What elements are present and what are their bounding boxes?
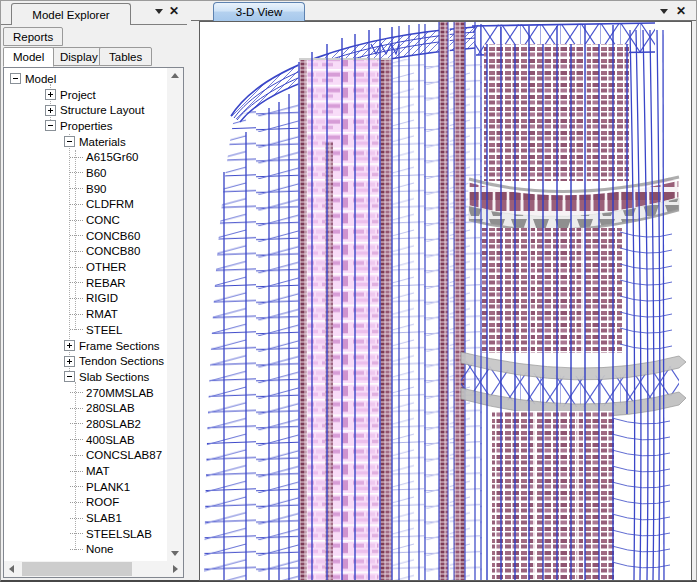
tree-item-slab1[interactable]: SLAB1: [4, 510, 167, 526]
tree-item-materials[interactable]: Materials: [4, 134, 167, 150]
tree-item-mat[interactable]: MAT: [4, 463, 167, 479]
tree-item-properties[interactable]: Properties: [4, 118, 167, 134]
scroll-left-button[interactable]: [4, 561, 20, 577]
core-slabs: [299, 59, 392, 580]
scroll-down-icon: [171, 551, 179, 556]
shear-wall-middle: [482, 228, 622, 353]
tree-item-conc[interactable]: CONC: [4, 212, 167, 228]
tree-item-rebar[interactable]: REBAR: [4, 275, 167, 291]
tree-item-roof[interactable]: ROOF: [4, 495, 167, 511]
tab-reports[interactable]: Reports: [3, 27, 63, 46]
tab-tables[interactable]: Tables: [99, 47, 152, 66]
expander-plus-icon[interactable]: [45, 89, 56, 100]
tab-3d-view[interactable]: 3-D View: [213, 2, 305, 21]
explorer-tabrow-2: Model Display Tables: [1, 47, 187, 67]
tree-item-structure-layout[interactable]: Structure Layout: [4, 102, 167, 118]
model-tree-content: Model Project Structure Layout Propertie…: [4, 68, 167, 561]
leaf-connector-icon: [70, 518, 83, 519]
panel-close-icon[interactable]: ✕: [169, 5, 179, 17]
tree-item-concslab87[interactable]: CONCSLAB87: [4, 448, 167, 464]
leaf-connector-icon: [70, 423, 83, 424]
model-explorer-header: Model Explorer ✕: [1, 1, 187, 25]
tree-item-400slab[interactable]: 400SLAB: [4, 432, 167, 448]
leaf-connector-icon: [70, 282, 83, 283]
tree-horizontal-scrollbar[interactable]: [4, 561, 183, 577]
panel-dropdown-icon[interactable]: [155, 9, 163, 14]
expander-plus-icon[interactable]: [64, 356, 75, 367]
leaf-connector-icon: [70, 267, 83, 268]
tree-item-rigid[interactable]: RIGID: [4, 291, 167, 307]
tree-vertical-scrollbar[interactable]: [167, 68, 183, 561]
tree-item-rmat[interactable]: RMAT: [4, 306, 167, 322]
tree-item-steel[interactable]: STEEL: [4, 322, 167, 338]
tree-item-280slab2[interactable]: 280SLAB2: [4, 416, 167, 432]
leaf-connector-icon: [70, 486, 83, 487]
tree-item-b90[interactable]: B90: [4, 181, 167, 197]
tab-model[interactable]: Model: [3, 47, 54, 67]
shear-wall-lower: [492, 411, 614, 580]
tree-item-project[interactable]: Project: [4, 87, 167, 103]
scroll-down-button[interactable]: [167, 545, 183, 561]
leaf-connector-icon: [70, 455, 83, 456]
explorer-tabrow-1: Reports: [1, 27, 187, 47]
scroll-right-button[interactable]: [167, 561, 183, 577]
leaf-connector-icon: [70, 172, 83, 173]
leaf-connector-icon: [70, 329, 83, 330]
scroll-right-icon: [173, 565, 178, 573]
scroll-left-icon: [9, 565, 14, 573]
tree-item-other[interactable]: OTHER: [4, 259, 167, 275]
leaf-connector-icon: [70, 251, 83, 252]
leaf-connector-icon: [70, 235, 83, 236]
expander-plus-icon[interactable]: [64, 340, 75, 351]
tree-item-steelslab[interactable]: STEELSLAB: [4, 526, 167, 542]
leaf-connector-icon: [70, 188, 83, 189]
view-tab-bar: 3-D View ✕: [191, 1, 696, 21]
leaf-connector-icon: [70, 220, 83, 221]
expander-minus-icon[interactable]: [64, 136, 75, 147]
scroll-up-icon: [171, 73, 179, 78]
leaf-connector-icon: [70, 314, 83, 315]
scroll-up-button[interactable]: [167, 68, 183, 84]
3d-model-rendering: [200, 22, 691, 580]
3d-viewport[interactable]: [199, 21, 692, 581]
tree-item-plank1[interactable]: PLANK1: [4, 479, 167, 495]
view-dropdown-icon[interactable]: [660, 9, 668, 14]
view-panel: 3-D View ✕: [191, 1, 696, 579]
expander-minus-icon[interactable]: [64, 371, 75, 382]
tree-item-a615gr60[interactable]: A615Gr60: [4, 149, 167, 165]
leaf-connector-icon: [70, 502, 83, 503]
tree-item-280slab[interactable]: 280SLAB: [4, 400, 167, 416]
expander-minus-icon[interactable]: [45, 120, 56, 131]
tree-item-b60[interactable]: B60: [4, 165, 167, 181]
leaf-connector-icon: [70, 549, 83, 550]
tree-item-270mmslab[interactable]: 270MMSLAB: [4, 385, 167, 401]
leaf-connector-icon: [70, 392, 83, 393]
tree-item-concb80[interactable]: CONCB80: [4, 244, 167, 260]
tree-item-none[interactable]: None: [4, 542, 167, 558]
leaf-connector-icon: [70, 533, 83, 534]
tree-item-frame-sections[interactable]: Frame Sections: [4, 338, 167, 354]
leaf-connector-icon: [70, 298, 83, 299]
leaf-connector-icon: [70, 471, 83, 472]
expander-minus-icon[interactable]: [10, 73, 21, 84]
model-explorer-panel: Model Explorer ✕ Reports Model Display T…: [1, 1, 187, 579]
model-tree: Model Project Structure Layout Propertie…: [3, 67, 184, 578]
expander-plus-icon[interactable]: [45, 105, 56, 116]
leaf-connector-icon: [70, 408, 83, 409]
tree-item-tendon-sections[interactable]: Tendon Sections: [4, 353, 167, 369]
view-close-icon[interactable]: ✕: [676, 5, 686, 17]
tree-item-cldfrm[interactable]: CLDFRM: [4, 197, 167, 213]
tree-item-slab-sections[interactable]: Slab Sections: [4, 369, 167, 385]
application-window: Model Explorer ✕ Reports Model Display T…: [0, 0, 697, 582]
leaf-connector-icon: [70, 157, 83, 158]
leaf-connector-icon: [70, 439, 83, 440]
horizontal-scroll-thumb[interactable]: [22, 562, 132, 576]
leaf-connector-icon: [70, 204, 83, 205]
model-explorer-title: Model Explorer: [32, 9, 109, 21]
tree-item-concb60[interactable]: CONCB60: [4, 228, 167, 244]
tree-item-model[interactable]: Model: [4, 71, 167, 87]
model-explorer-title-tab[interactable]: Model Explorer: [11, 3, 131, 25]
